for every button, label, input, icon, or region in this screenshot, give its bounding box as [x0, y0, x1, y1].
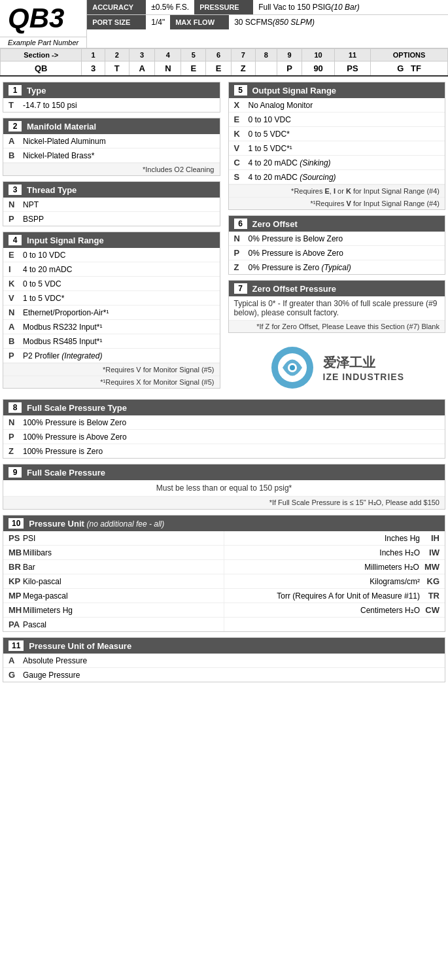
- section-1-row-T: T -14.7 to 150 psi: [3, 98, 220, 112]
- section-10-row-2: BR Bar Millimeters H₂O MW: [3, 560, 445, 574]
- section-8-num: 8: [9, 402, 22, 413]
- section-8-row-Z: Z 100% Pressure is Zero: [3, 444, 445, 458]
- port-size-label: PORT SIZE: [87, 15, 146, 29]
- pn-col-10: 10: [302, 49, 335, 61]
- pn-col-7: 7: [231, 49, 255, 61]
- section-4-row-P: P P2 Profiler (Integrated): [3, 349, 220, 363]
- section-5-row-X: X No Analog Monitor: [229, 98, 445, 113]
- pn-col-9: 9: [277, 49, 302, 61]
- company-logo-text: 爱泽工业 IZE INDUSTRIES: [323, 354, 404, 382]
- section-5-row-S: S 4 to 20 mADC (Sourcing): [229, 170, 445, 184]
- section-3-row-N: N NPT: [3, 198, 220, 212]
- pressure-label: PRESSURE: [194, 0, 253, 14]
- logo-col: QB3 Example Part Number: [0, 0, 87, 48]
- section-4-block: 4 Input Signal Range E 0 to 10 VDC I 4 t…: [3, 232, 220, 389]
- s10-right-4: Torr (Requires A for Unit of Measure #11…: [224, 589, 445, 603]
- accuracy-label: ACCURACY: [87, 0, 146, 14]
- section-11-title: Pressure Unit of Measure: [29, 641, 131, 651]
- s10-right-6: [224, 618, 445, 631]
- s10-left-code-1: MB Millibars: [3, 546, 224, 559]
- pn-n: N: [155, 61, 181, 77]
- header-specs: ACCURACY ±0.5% F.S. PRESSURE Full Vac to…: [87, 0, 448, 48]
- ize-logo-icon: [269, 345, 315, 391]
- pn-3: 3: [82, 61, 105, 77]
- section-5-note-2: *¹Requires V for Input Signal Range (#4): [229, 197, 445, 209]
- s10-left-code-2: BR Bar: [3, 560, 224, 574]
- section-8-row-P: P 100% Pressure is Above Zero: [3, 430, 445, 444]
- section-10-row-0: PS PSI Inches Hg IH: [3, 531, 445, 546]
- pn-z: Z: [231, 61, 255, 77]
- pn-col-options: OPTIONS: [371, 49, 448, 61]
- section-5-row-E: E 0 to 10 VDC: [229, 113, 445, 127]
- section-8-block: 8 Full Scale Pressure Type N 100% Pressu…: [3, 399, 445, 459]
- section-4-note-2: *¹Requires X for Monitor Signal (#5): [3, 376, 220, 388]
- section-4-row-E: E 0 to 10 VDC: [3, 248, 220, 262]
- pn-g-tf: G TF: [371, 61, 448, 77]
- section-10-rows: PS PSI Inches Hg IH MB Millibars Inches …: [3, 531, 445, 631]
- section-8-row-N: N 100% Pressure is Below Zero: [3, 415, 445, 430]
- section-4-row-B: B Modbus RS485 Input*¹: [3, 334, 220, 349]
- section-9-note: *If Full Scale Pressure is ≤ 15" H₂O, Pl…: [3, 496, 445, 509]
- section-10-block: 10 Pressure Unit (no additional fee - al…: [3, 515, 445, 632]
- pn-col-section: Section ->: [1, 49, 82, 61]
- svg-point-3: [290, 365, 295, 370]
- pn-col-3: 3: [129, 49, 155, 61]
- pn-col-6: 6: [206, 49, 231, 61]
- pn-col-11: 11: [334, 49, 370, 61]
- section-4-row-A: A Modbus RS232 Input*¹: [3, 320, 220, 334]
- section-7-header: 7 Zero Offset Pressure: [229, 281, 445, 296]
- section-4-row-I: I 4 to 20 mADC: [3, 262, 220, 277]
- s10-right-0: Inches Hg IH: [224, 531, 445, 545]
- s10-left-code-4: MP Mega-pascal: [3, 589, 224, 603]
- section-2-title: Manifold Material: [27, 122, 96, 131]
- pn-e2: E: [206, 61, 231, 77]
- section-3-title: Thread Type: [27, 185, 77, 195]
- section-1-num: 1: [9, 85, 22, 96]
- section-11-block: 11 Pressure Unit of Measure A Absolute P…: [3, 637, 445, 682]
- section-8-header: 8 Full Scale Pressure Type: [3, 400, 445, 415]
- pn-e1: E: [181, 61, 206, 77]
- s10-right-2: Millimeters H₂O MW: [224, 560, 445, 574]
- section-6-row-N: N 0% Pressure is Below Zero: [229, 232, 445, 246]
- section-4-row-V: V 1 to 5 VDC*: [3, 291, 220, 306]
- section-2-row-B: B Nickel-Plated Brass*: [3, 149, 220, 163]
- section-10-row-3: KP Kilo-pascal Kilograms/cm² KG: [3, 574, 445, 589]
- s10-right-5: Centimeters H₂O CW: [224, 603, 445, 617]
- pn-blank: [255, 61, 277, 77]
- section-6-title: Zero Offset: [252, 219, 298, 229]
- section-4-row-N: N Ethernet/Proportion-Air*¹: [3, 306, 220, 320]
- pn-col-1: 1: [82, 49, 105, 61]
- pn-a: A: [129, 61, 155, 77]
- pn-col-2: 2: [105, 49, 129, 61]
- section-10-num: 10: [9, 518, 24, 529]
- right-panel: 5 Output Signal Range X No Analog Monito…: [224, 82, 446, 394]
- section-5-num: 5: [234, 85, 247, 96]
- example-pn-label: Example Part Number: [0, 37, 86, 48]
- company-chinese-name: 爱泽工业: [323, 354, 375, 372]
- header: QB3 Example Part Number ACCURACY ±0.5% F…: [0, 0, 448, 48]
- section-10-title: Pressure Unit (no additional fee - all): [29, 519, 164, 529]
- left-panel: 1 Type T -14.7 to 150 psi 2 Manifold Mat…: [3, 82, 224, 394]
- section-10-row-6: PA Pascal: [3, 618, 445, 631]
- section-4-title: Input Signal Range: [27, 236, 104, 245]
- part-number-table: Section -> 1 2 3 4 5 6 7 8 9 10 11 OPTIO…: [0, 48, 448, 77]
- section-7-block: 7 Zero Offset Pressure Typical is 0* - I…: [228, 280, 446, 333]
- pn-p: P: [277, 61, 302, 77]
- section-9-num: 9: [9, 467, 22, 478]
- section-2-num: 2: [9, 121, 22, 131]
- section-5-row-C: C 4 to 20 mADC (Sinking): [229, 156, 445, 170]
- section-10-row-5: MH Millimeters Hg Centimeters H₂O CW: [3, 603, 445, 618]
- max-flow-label: MAX FLOW: [170, 15, 229, 29]
- pn-col-4: 4: [155, 49, 181, 61]
- section-1-block: 1 Type T -14.7 to 150 psi: [3, 82, 220, 113]
- pn-90: 90: [302, 61, 335, 77]
- pressure-value: Full Vac to 150 PSIG (10 Bar): [253, 0, 365, 14]
- section-5-note-1: *Requires E, I or K for Input Signal Ran…: [229, 184, 445, 197]
- section-4-row-K: K 0 to 5 VDC: [3, 277, 220, 291]
- section-9-header: 9 Full Scale Pressure: [3, 464, 445, 480]
- section-9-title: Full Scale Pressure: [27, 468, 105, 478]
- s10-left-code-3: KP Kilo-pascal: [3, 574, 224, 588]
- section-11-num: 11: [9, 640, 24, 651]
- section-11-row-G: G Gauge Pressure: [3, 668, 445, 682]
- section-11-header: 11 Pressure Unit of Measure: [3, 638, 445, 654]
